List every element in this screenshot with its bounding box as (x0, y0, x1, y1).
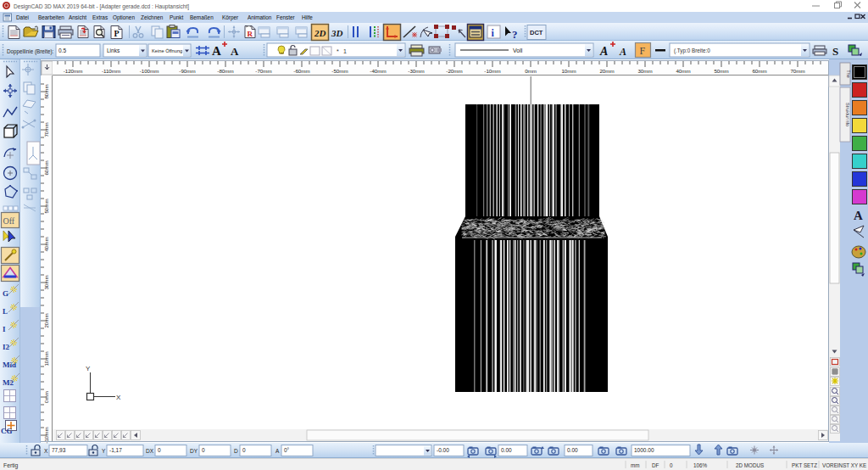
svg-text:0mm: 0mm (525, 68, 537, 74)
svg-text:The: The (846, 70, 851, 77)
svg-text:A: A (619, 46, 626, 58)
svg-text:Fertig: Fertig (3, 462, 19, 469)
svg-text:0: 0 (670, 462, 673, 468)
svg-text:Punkt: Punkt (170, 14, 184, 20)
svg-text:-100mm: -100mm (140, 68, 159, 74)
svg-text:CG: CG (1, 427, 13, 435)
svg-text:Fenster: Fenster (276, 14, 296, 20)
svg-text:Voll: Voll (513, 48, 523, 53)
svg-text:DCT: DCT (530, 29, 543, 36)
svg-text:-110mm: -110mm (102, 68, 120, 74)
svg-text:30mm: 30mm (637, 68, 652, 74)
svg-text:Datei: Datei (16, 14, 29, 20)
svg-text:Keine Öffnung: Keine Öffnung (152, 48, 182, 53)
svg-text:D: D (234, 448, 238, 454)
svg-text:1000.00: 1000.00 (634, 447, 654, 453)
svg-text:-60mm: -60mm (293, 68, 309, 74)
svg-text:0°: 0° (284, 447, 290, 453)
svg-text:-0.00: -0.00 (437, 447, 449, 453)
svg-text:DF: DF (652, 462, 659, 468)
svg-text:Strukturinfo: Strukturinfo (845, 103, 850, 126)
svg-text:70mm: 70mm (790, 68, 804, 74)
svg-text:Doppellinie (Breite):: Doppellinie (Breite): (7, 48, 54, 55)
svg-text:A: A (854, 209, 863, 222)
svg-text:DX: DX (146, 448, 154, 454)
svg-text:0.5: 0.5 (58, 48, 66, 53)
svg-text:A: A (231, 45, 239, 58)
svg-text:PKT SETZ: PKT SETZ (792, 462, 817, 468)
svg-text:*: * (337, 48, 339, 54)
svg-text:M2: M2 (3, 378, 14, 387)
svg-text:-70mm: -70mm (255, 68, 271, 74)
svg-text:-20mm: -20mm (446, 68, 462, 74)
svg-text:X: X (44, 448, 48, 454)
svg-text:Zeichnen: Zeichnen (141, 14, 164, 20)
svg-text:0: 0 (202, 447, 205, 453)
svg-text:50mm: 50mm (714, 68, 728, 74)
svg-text:(.Typ:0 Breite:0: (.Typ:0 Breite:0 (674, 48, 710, 54)
svg-text:0.00: 0.00 (567, 447, 578, 453)
svg-text:X: X (116, 394, 121, 401)
svg-text:0.00: 0.00 (501, 447, 512, 453)
svg-text:I2: I2 (3, 343, 10, 351)
svg-text:Y: Y (86, 365, 91, 372)
svg-text:Ansicht: Ansicht (69, 14, 86, 20)
svg-text:40mm: 40mm (676, 68, 690, 74)
svg-text:?: ? (512, 28, 518, 41)
svg-text:1: 1 (343, 48, 347, 54)
svg-text:-80mm: -80mm (217, 68, 233, 74)
svg-text:Y: Y (102, 448, 106, 454)
svg-text:VOREINST XY KE: VOREINST XY KE (822, 462, 866, 468)
svg-text:-50mm: -50mm (331, 68, 348, 74)
svg-text:A: A (599, 45, 608, 58)
svg-text:L: L (3, 307, 8, 316)
svg-text:0: 0 (158, 447, 161, 453)
svg-text:F: F (640, 45, 646, 57)
svg-text:2D MODUS: 2D MODUS (736, 462, 764, 468)
svg-text:77,93: 77,93 (52, 447, 66, 453)
svg-text:-40mm: -40mm (370, 68, 386, 74)
svg-text:A: A (212, 44, 221, 58)
svg-text:106%: 106% (693, 462, 708, 468)
svg-text:A: A (275, 448, 280, 454)
svg-text:mm: mm (631, 462, 640, 468)
svg-text:Bearbeiten: Bearbeiten (38, 14, 64, 20)
svg-text:R: R (248, 30, 253, 38)
svg-text:3D: 3D (331, 28, 343, 38)
svg-text:Extras: Extras (92, 14, 108, 20)
svg-text:Optionen: Optionen (113, 14, 135, 21)
svg-text:P: P (114, 29, 120, 38)
svg-text:S: S (832, 45, 838, 58)
svg-text:Off: Off (3, 216, 15, 226)
svg-text:G: G (3, 289, 8, 298)
svg-text:-120mm: -120mm (64, 68, 83, 74)
svg-text:-1,17: -1,17 (109, 447, 122, 453)
svg-text:DesignCAD 3D MAX 2019 64-bit -: DesignCAD 3D MAX 2019 64-bit - [Adapter … (14, 3, 189, 10)
svg-text:0: 0 (242, 447, 246, 453)
svg-text:-10mm: -10mm (484, 68, 500, 74)
svg-text:Körper: Körper (222, 14, 239, 21)
svg-text:Hilfe: Hilfe (302, 14, 313, 20)
svg-text:10mm: 10mm (561, 68, 576, 74)
svg-text:Animation: Animation (248, 14, 272, 20)
svg-text:-30mm: -30mm (408, 68, 424, 74)
svg-text:DY: DY (190, 448, 198, 454)
svg-text:2D: 2D (314, 28, 326, 38)
svg-text:60mm: 60mm (752, 68, 766, 74)
svg-text:Bemaßen: Bemaßen (190, 14, 214, 20)
svg-text:I: I (3, 325, 6, 333)
svg-text:20mm: 20mm (599, 68, 614, 74)
svg-text:-90mm: -90mm (179, 68, 195, 74)
svg-text:Links: Links (107, 48, 120, 53)
